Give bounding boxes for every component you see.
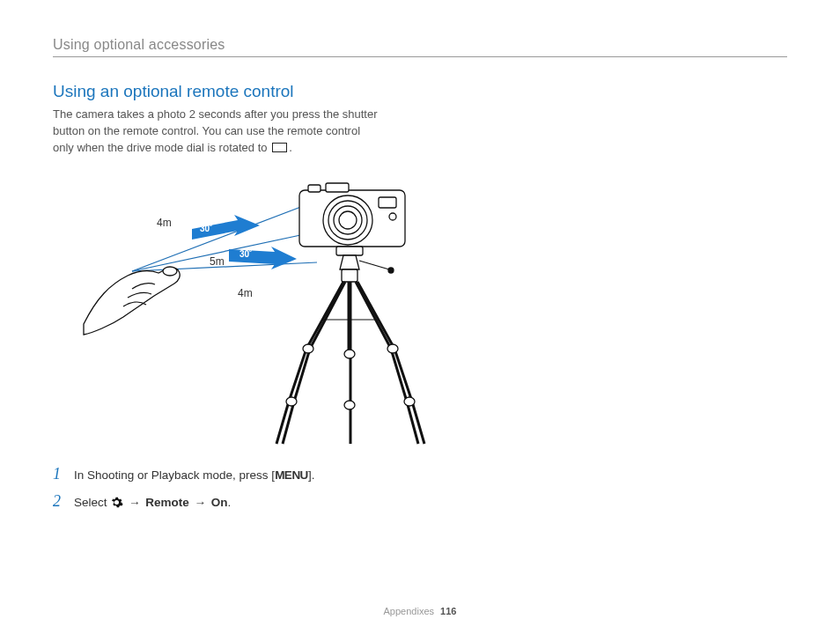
- svg-rect-6: [326, 183, 349, 192]
- svg-line-2: [132, 262, 317, 271]
- arrow-icon: →: [125, 496, 144, 509]
- step-number: 1: [53, 465, 65, 483]
- intro-line1: The camera takes a photo 2 seconds after…: [53, 107, 378, 121]
- remote-label: Remote: [145, 496, 189, 509]
- page-title: Using an optional remote control: [53, 82, 787, 101]
- svg-rect-5: [308, 185, 321, 192]
- step-1: 1 In Shooting or Playback mode, press [M…: [53, 465, 787, 484]
- svg-point-10: [339, 211, 357, 229]
- section-header: Using optional accessories: [53, 37, 787, 57]
- steps-list: 1 In Shooting or Playback mode, press [M…: [53, 465, 787, 512]
- step1-text-b: ].: [308, 468, 315, 482]
- menu-label: MENU: [275, 468, 308, 482]
- gear-icon: [110, 496, 123, 509]
- svg-rect-14: [342, 269, 357, 282]
- step2-text-a: Select: [74, 496, 110, 509]
- intro-text: The camera takes a photo 2 seconds after…: [53, 107, 423, 157]
- svg-point-3: [163, 267, 177, 276]
- step-2: 2 Select → Remote → On.: [53, 492, 787, 512]
- footer-section: Appendixes: [384, 606, 435, 616]
- svg-point-17: [303, 344, 313, 353]
- svg-rect-11: [379, 197, 396, 208]
- svg-point-16: [388, 268, 394, 273]
- svg-rect-13: [336, 247, 363, 255]
- svg-point-19: [387, 344, 398, 353]
- distance-label-mid: 5m: [210, 255, 225, 268]
- svg-point-12: [389, 213, 396, 220]
- diagram-svg: [79, 166, 467, 447]
- svg-point-22: [344, 401, 355, 409]
- rectangle-icon: [272, 143, 287, 152]
- page-number: 116: [440, 606, 456, 616]
- remote-diagram: 4m 5m 4m 30˚ 30˚: [79, 166, 467, 447]
- step-text: In Shooting or Playback mode, press [MEN…: [74, 468, 314, 484]
- distance-label-bottom: 4m: [238, 287, 253, 299]
- arrow-icon: →: [191, 496, 210, 509]
- intro-line2: button on the remote control. You can us…: [53, 124, 360, 137]
- step1-text-a: In Shooting or Playback mode, press [: [74, 468, 275, 482]
- step-number: 2: [53, 492, 65, 511]
- page-footer: Appendixes 116: [0, 606, 840, 616]
- svg-point-20: [404, 397, 415, 406]
- intro-line3: only when the drive mode dial is rotated…: [53, 141, 270, 154]
- svg-line-15: [359, 261, 389, 269]
- svg-line-1: [132, 232, 317, 271]
- svg-point-18: [286, 397, 297, 406]
- step2-period: .: [228, 496, 232, 509]
- on-label: On: [211, 496, 228, 509]
- svg-point-21: [344, 350, 355, 358]
- step-text: Select → Remote → On.: [74, 495, 231, 512]
- distance-label-top: 4m: [157, 217, 172, 229]
